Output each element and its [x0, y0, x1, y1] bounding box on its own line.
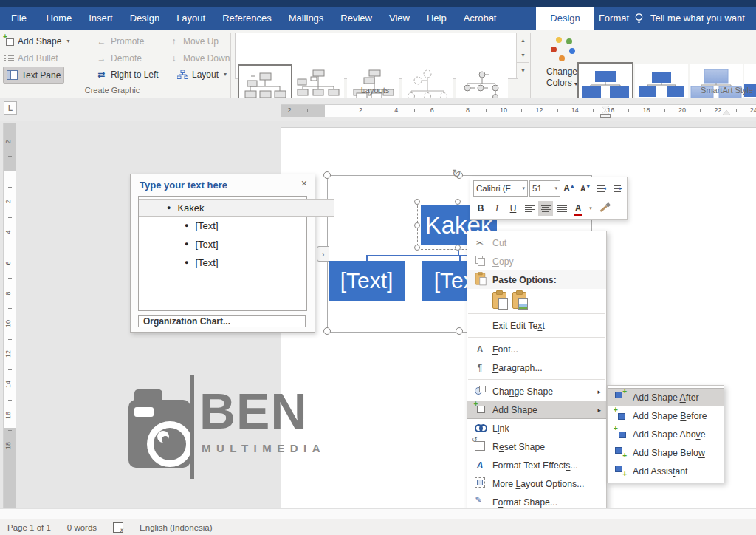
- close-icon[interactable]: ×: [301, 177, 307, 189]
- vertical-ruler[interactable]: 224681012141618: [3, 123, 16, 508]
- menu-item-link[interactable]: Link: [467, 419, 606, 437]
- shape-resize-handle[interactable]: [455, 199, 461, 205]
- gallery-scroll-down-button[interactable]: ▼: [516, 47, 529, 62]
- horizontal-ruler[interactable]: 224681012141618202224: [281, 104, 756, 117]
- add-shape-submenu: Add Shape AfterAdd Shape BeforeAdd Shape…: [607, 385, 724, 483]
- resize-handle[interactable]: [323, 171, 331, 179]
- contextual-tab-format[interactable]: Format: [583, 7, 645, 30]
- menu-item-exit-edit-text[interactable]: Exit Edit Text: [467, 316, 606, 335]
- align-center-button[interactable]: [538, 201, 553, 216]
- bullet-icon: ●: [185, 222, 188, 229]
- font-size-combo[interactable]: 51▾: [529, 180, 560, 197]
- submenu-item-add-shape-after[interactable]: Add Shape After: [608, 388, 724, 406]
- paste-picture-icon[interactable]: [512, 292, 526, 309]
- promote-label: Promote: [111, 36, 144, 47]
- text-pane-item[interactable]: ●[Text]: [139, 254, 352, 270]
- menu-item-change-shape[interactable]: Change Shape▸: [467, 382, 606, 401]
- page-indicator[interactable]: Page 1 of 1: [7, 523, 51, 532]
- add-shape-above-icon: [614, 428, 627, 440]
- text-pane-item[interactable]: ●[Text]: [139, 236, 352, 252]
- text-pane-item[interactable]: ●Kakek: [139, 199, 334, 217]
- shrink-font-button[interactable]: A▼: [578, 181, 593, 196]
- font-color-dropdown[interactable]: ▾: [587, 201, 594, 216]
- left-indent-marker[interactable]: [601, 115, 610, 117]
- font-color-button[interactable]: A: [571, 201, 585, 216]
- italic-button[interactable]: I: [489, 201, 504, 216]
- text-pane-item[interactable]: ●[Text]: [139, 217, 352, 234]
- layout-button[interactable]: Layout ▾: [177, 67, 227, 82]
- tell-me-box[interactable]: Tell me what you want: [633, 7, 745, 30]
- tab-layout[interactable]: Layout: [168, 7, 214, 30]
- bold-button[interactable]: B: [473, 201, 488, 216]
- chevron-down-icon[interactable]: ▾: [224, 71, 227, 78]
- horizontal-scrollbar[interactable]: [0, 508, 756, 519]
- tab-stop-selector[interactable]: L: [4, 101, 17, 115]
- link-icon: [473, 423, 487, 434]
- tab-insert[interactable]: Insert: [80, 7, 122, 30]
- submenu-item-add-assistant[interactable]: Add Assistant: [608, 462, 724, 480]
- add-shape-after-icon: [614, 391, 627, 403]
- tab-view[interactable]: View: [380, 7, 418, 30]
- rotate-handle-icon[interactable]: ↻: [452, 167, 461, 180]
- submenu-item-add-shape-above[interactable]: Add Shape Above: [608, 425, 724, 443]
- shape-resize-handle[interactable]: [455, 245, 461, 251]
- paste-keep-text-icon[interactable]: [492, 292, 506, 309]
- add-shape-button[interactable]: Add Shape ▾: [4, 33, 69, 49]
- word-count[interactable]: 0 words: [67, 523, 97, 532]
- tab-help[interactable]: Help: [418, 7, 455, 30]
- menu-item-format-shape[interactable]: Format Shape...: [467, 493, 606, 508]
- text-pane-window[interactable]: Type your text here × ●Kakek●[Text]●[Tex…: [130, 174, 315, 333]
- menu-item-cut[interactable]: ✂Cut: [467, 234, 606, 252]
- mini-format-toolbar[interactable]: Calibri (E▾ 51▾ A▲ A▼ ◂ ▸ B I U A ▾: [470, 177, 628, 220]
- menu-item-copy[interactable]: Copy: [467, 252, 606, 270]
- tab-home[interactable]: Home: [38, 7, 80, 30]
- shape-resize-handle[interactable]: [414, 245, 420, 251]
- grow-font-button[interactable]: A▲: [562, 181, 577, 196]
- right-to-left-button[interactable]: ⇄ Right to Left: [96, 67, 159, 82]
- text-pane-list[interactable]: ●Kakek●[Text]●[Text]●[Text]: [138, 196, 307, 311]
- menu-item-format-text-effects[interactable]: AFormat Text Effects...: [467, 456, 606, 474]
- menu-item-label: Reset Shape: [492, 442, 545, 452]
- menu-item-font[interactable]: AFont...: [467, 340, 606, 358]
- chevron-down-icon[interactable]: ▾: [66, 38, 69, 44]
- language-indicator[interactable]: English (Indonesia): [140, 523, 212, 532]
- font-name-combo[interactable]: Calibri (E▾: [473, 180, 528, 197]
- menu-item-add-shape[interactable]: Add Shape▸: [467, 401, 606, 419]
- promote-button[interactable]: ← Promote: [96, 33, 144, 49]
- underline-button[interactable]: U: [506, 201, 520, 216]
- submenu-item-add-shape-below[interactable]: Add Shape Below: [608, 443, 724, 462]
- tab-review[interactable]: Review: [332, 7, 381, 30]
- resize-handle[interactable]: [323, 327, 331, 335]
- shape-resize-handle[interactable]: [414, 199, 420, 205]
- menu-item-paragraph[interactable]: ¶Paragraph...: [467, 358, 606, 377]
- proofing-errors-icon[interactable]: [113, 522, 123, 533]
- shape-resize-handle[interactable]: [414, 222, 420, 228]
- right-indent-marker[interactable]: [722, 110, 731, 115]
- move-up-button[interactable]: ↑ Move Up: [168, 33, 219, 49]
- increase-indent-button[interactable]: ▸: [611, 181, 625, 196]
- menu-item-label: More Layout Options...: [492, 479, 584, 489]
- gallery-scroll-up-button[interactable]: ▲: [516, 33, 529, 47]
- decrease-indent-button[interactable]: ◂: [594, 181, 609, 196]
- menu-item-more-layout-options[interactable]: More Layout Options...: [467, 474, 606, 493]
- submenu-arrow-icon: ▸: [597, 388, 601, 395]
- menu-item-reset-shape[interactable]: Reset Shape: [467, 437, 606, 456]
- menu-item-paste-options: Paste Options:: [467, 270, 606, 289]
- text-pane-button[interactable]: Text Pane: [3, 67, 64, 84]
- tab-file[interactable]: File: [0, 7, 38, 30]
- format-painter-icon[interactable]: [596, 201, 611, 216]
- demote-button[interactable]: → Demote: [96, 50, 142, 66]
- resize-handle[interactable]: [456, 327, 463, 335]
- align-justify-button[interactable]: [554, 201, 569, 216]
- tab-mailings[interactable]: Mailings: [280, 7, 332, 30]
- submenu-item-label: Add Shape Below: [633, 448, 705, 458]
- move-down-button[interactable]: ↓ Move Down: [168, 50, 230, 66]
- add-bullet-button[interactable]: Add Bullet: [4, 50, 58, 66]
- tab-acrobat[interactable]: Acrobat: [455, 7, 505, 30]
- tab-references[interactable]: References: [214, 7, 280, 30]
- gallery-more-button[interactable]: ▼: [516, 62, 529, 78]
- align-left-button[interactable]: [522, 201, 537, 216]
- tab-design[interactable]: Design: [121, 7, 168, 30]
- camera-icon: [127, 384, 192, 487]
- submenu-item-add-shape-before[interactable]: Add Shape Before: [608, 406, 724, 425]
